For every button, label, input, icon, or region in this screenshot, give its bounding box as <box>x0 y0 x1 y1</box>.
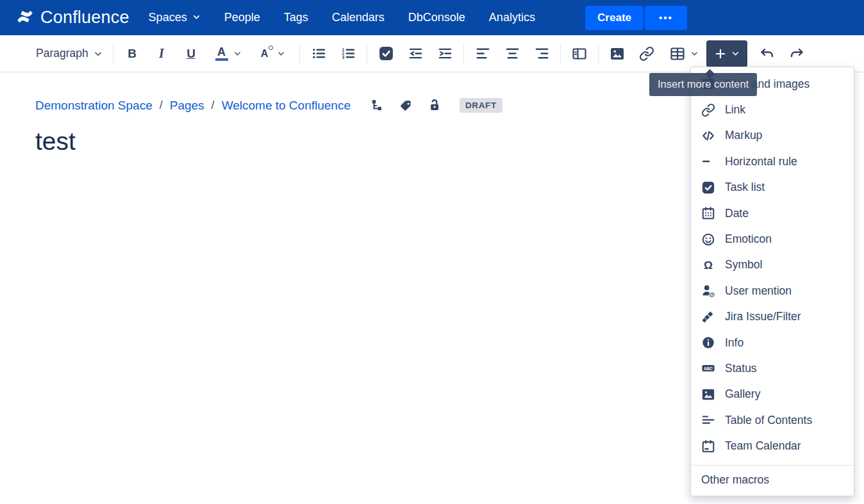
more-formatting-dropdown[interactable]: A <box>251 41 295 67</box>
user-mention-icon: @ <box>701 284 715 298</box>
nav-item-tags[interactable]: Tags <box>284 11 308 24</box>
outdent-button[interactable] <box>401 41 430 67</box>
nav-item-dbconsole[interactable]: DbConsole <box>408 11 465 24</box>
page-layout-icon <box>572 46 587 61</box>
paragraph-style-dropdown[interactable]: Paragraph <box>31 41 109 67</box>
align-right-button[interactable] <box>527 41 556 67</box>
page-tree-location-button[interactable] <box>370 99 385 113</box>
insert-table-dropdown[interactable] <box>661 41 706 67</box>
align-left-button[interactable] <box>468 41 497 67</box>
undo-button[interactable] <box>752 41 782 67</box>
menu-item-info[interactable]: Info <box>691 330 854 355</box>
menu-item-link[interactable]: Link <box>691 97 854 122</box>
menu-item-markup[interactable]: Markup <box>691 123 854 149</box>
indent-icon <box>438 46 453 61</box>
image-icon <box>610 46 625 61</box>
top-navbar: Confluence Spaces People Tags Calendars … <box>0 0 864 35</box>
task-list-icon <box>378 45 394 61</box>
nav-item-people[interactable]: People <box>224 11 260 24</box>
status-icon: ABC <box>701 361 715 375</box>
outdent-icon <box>408 46 423 61</box>
table-of-contents-icon <box>701 413 715 427</box>
align-left-icon <box>476 46 490 61</box>
bullet-list-button[interactable] <box>304 41 333 67</box>
align-center-icon <box>505 46 520 61</box>
breadcrumb-pages-link[interactable]: Pages <box>170 99 204 113</box>
svg-text:@: @ <box>709 291 715 298</box>
toolbar-separator <box>463 43 464 65</box>
insert-more-content-dropdown[interactable] <box>706 40 747 67</box>
restrictions-button[interactable] <box>428 99 442 113</box>
menu-item-horizontal-rule[interactable]: Horizontal rule <box>691 149 854 174</box>
navbar-more-button[interactable]: ••• <box>645 6 687 30</box>
insert-link-button[interactable] <box>632 41 661 67</box>
page-layout-button[interactable] <box>565 41 594 67</box>
other-macros-link[interactable]: Other macros <box>691 466 854 496</box>
toolbar-separator <box>299 43 300 65</box>
menu-item-date[interactable]: Date <box>691 200 854 226</box>
page-meta-icons <box>370 99 442 113</box>
labels-button[interactable] <box>399 99 413 113</box>
chevron-down-icon <box>731 49 740 58</box>
menu-item-table-of-contents[interactable]: Table of Contents <box>691 407 854 433</box>
toolbar-separator <box>367 43 367 65</box>
italic-button[interactable]: I <box>147 41 176 67</box>
chevron-down-icon <box>690 49 699 58</box>
insert-more-content-tooltip: Insert more content <box>649 73 757 96</box>
menu-item-user-mention[interactable]: @ User mention <box>691 278 854 304</box>
nav-item-spaces[interactable]: Spaces <box>149 11 201 24</box>
menu-item-gallery[interactable]: Gallery <box>691 382 854 407</box>
menu-item-symbol[interactable]: Ω Symbol <box>691 252 854 278</box>
bold-button[interactable]: B <box>117 41 147 67</box>
insert-more-content-menu: Files and images Link Markup Horizontal … <box>690 67 854 496</box>
chevron-down-icon <box>192 11 201 24</box>
toolbar-separator <box>598 43 599 65</box>
horizontal-rule-icon <box>701 154 715 168</box>
svg-text:3: 3 <box>342 55 344 60</box>
align-right-icon <box>535 46 549 61</box>
nav-item-analytics[interactable]: Analytics <box>489 11 535 24</box>
toolbar-separator <box>560 43 561 65</box>
task-list-button[interactable] <box>371 41 401 67</box>
emoticon-icon <box>701 232 715 247</box>
chevron-down-icon <box>94 49 103 58</box>
breadcrumb-separator: / <box>212 99 215 112</box>
link-icon <box>701 103 715 117</box>
date-icon <box>701 206 715 220</box>
chevron-down-icon <box>277 49 285 58</box>
gallery-icon <box>701 387 715 402</box>
table-icon <box>670 46 685 61</box>
create-button[interactable]: Create <box>585 6 644 30</box>
breadcrumb-space-link[interactable]: Demonstration Space <box>35 99 153 113</box>
numbered-list-button[interactable]: 123 <box>333 41 363 67</box>
tag-icon <box>399 99 413 113</box>
breadcrumb-page-link[interactable]: Welcome to Confluence <box>222 99 351 113</box>
underline-button[interactable]: U <box>176 41 206 67</box>
plus-icon <box>714 47 727 60</box>
menu-item-task-list[interactable]: Task list <box>691 175 854 200</box>
unlock-icon <box>428 99 442 113</box>
chevron-down-icon <box>233 49 242 58</box>
symbol-icon: Ω <box>701 258 715 272</box>
draft-status-badge: DRAFT <box>460 98 503 113</box>
menu-item-status[interactable]: ABC Status <box>691 355 854 381</box>
redo-icon <box>789 46 804 61</box>
insert-image-button[interactable] <box>602 41 632 67</box>
menu-item-team-calendar[interactable]: Team Calendar <box>691 433 854 459</box>
numbered-list-icon: 123 <box>341 46 356 61</box>
nav-item-calendars[interactable]: Calendars <box>332 11 385 24</box>
indent-button[interactable] <box>430 41 460 67</box>
align-center-button[interactable] <box>497 41 527 67</box>
page-tree-icon <box>370 99 385 113</box>
text-color-dropdown[interactable]: A <box>206 41 251 67</box>
svg-text:ABC: ABC <box>704 366 713 371</box>
jira-icon <box>701 310 715 324</box>
toolbar-separator <box>113 43 113 65</box>
markup-icon <box>701 129 715 143</box>
redo-button[interactable] <box>782 41 811 67</box>
menu-item-emoticon[interactable]: Emoticon <box>691 226 854 252</box>
link-icon <box>639 46 654 61</box>
menu-item-jira-issue-filter[interactable]: Jira Issue/Filter <box>691 304 854 330</box>
main-nav: Spaces People Tags Calendars DbConsole A… <box>149 11 535 24</box>
confluence-logo[interactable]: Confluence <box>15 7 129 29</box>
